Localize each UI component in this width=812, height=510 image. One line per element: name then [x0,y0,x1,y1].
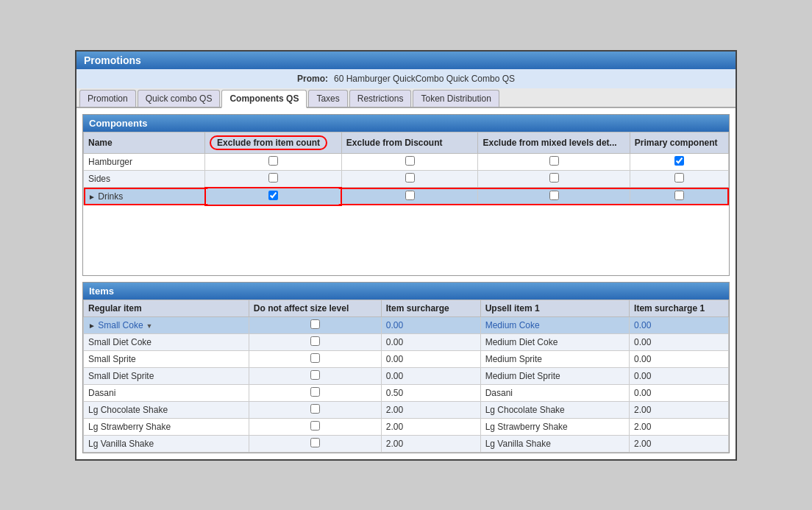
regular-item-cell: Lg Strawberry Shake [84,418,249,435]
exclude-mixed-cell[interactable] [478,170,630,188]
expand-arrow[interactable]: ► [88,193,96,201]
components-header-row: Name Exclude from item count Exclude fro… [84,132,729,153]
exclude-mixed-checkbox[interactable] [549,173,559,183]
item-surcharge-cell: 0.00 [381,333,480,350]
do-not-affect-cell[interactable] [249,418,381,435]
table-row: ► Small Coke▼ 0.00 Medium Coke 0.00 [84,316,729,333]
components-section: Components Name Exclude from item count … [82,114,730,276]
regular-item-name: Small Sprite [88,354,136,364]
table-row-drinks: ► Drinks [84,188,729,205]
col-name: Name [84,132,205,153]
exclude-mixed-checkbox[interactable] [549,156,559,166]
do-not-affect-checkbox[interactable] [310,404,320,414]
primary-cell[interactable] [630,188,728,205]
do-not-affect-cell[interactable] [249,384,381,401]
do-not-affect-cell[interactable] [249,435,381,452]
row-expand-arrow[interactable]: ► [88,322,96,330]
do-not-affect-cell[interactable] [249,401,381,418]
table-row: Lg Vanilla Shake 2.00 Lg Vanilla Shake 2… [84,435,729,452]
components-header: Components [83,115,729,132]
item-surcharge-cell: 0.50 [381,384,480,401]
do-not-affect-cell[interactable] [249,333,381,350]
do-not-affect-cell[interactable] [249,350,381,367]
regular-item-cell: Small Sprite [84,350,249,367]
exclude-discount-checkbox[interactable] [405,173,415,183]
tab-components-qs[interactable]: Components QS [221,90,307,108]
exclude-mixed-checkbox-drinks[interactable] [549,191,559,200]
regular-item-name: Lg Chocolate Shake [88,405,168,415]
upsell-surcharge-cell: 0.00 [630,316,729,333]
item-surcharge-cell: 0.00 [381,316,480,333]
items-section: Items Regular item Do not affect size le… [82,282,730,453]
row-name: ► Drinks [84,188,205,205]
components-table: Name Exclude from item count Exclude fro… [83,132,729,206]
row-name: Sides [84,170,205,188]
title-bar: Promotions [76,52,736,69]
items-header-row: Regular item Do not affect size level It… [84,300,729,316]
exclude-discount-checkbox-drinks[interactable] [405,191,415,200]
do-not-affect-checkbox[interactable] [310,421,320,431]
exclude-mixed-cell[interactable] [478,153,630,170]
regular-item-name: Small Coke [98,320,143,330]
item-surcharge-cell: 0.00 [381,350,480,367]
primary-checkbox-drinks[interactable] [674,191,684,200]
exclude-item-count-checkbox-drinks[interactable] [268,191,278,200]
do-not-affect-checkbox[interactable] [310,336,320,346]
upsell-cell: Medium Sprite [480,350,629,367]
regular-item-name: Small Diet Coke [88,337,152,347]
app-title: Promotions [84,54,141,66]
exclude-discount-checkbox[interactable] [405,156,415,166]
do-not-affect-checkbox[interactable] [310,387,320,397]
exclude-discount-cell[interactable] [341,188,478,205]
tab-token-distribution[interactable]: Token Distribution [413,90,499,107]
upsell-surcharge-cell: 0.00 [630,384,729,401]
upsell-surcharge-cell: 0.00 [630,333,729,350]
items-table: Regular item Do not affect size level It… [83,300,729,453]
app-window: Promotions Promo: 60 Hamburger QuickComb… [75,50,737,461]
regular-item-cell: Lg Vanilla Shake [84,435,249,452]
tab-quick-combo[interactable]: Quick combo QS [138,90,221,107]
do-not-affect-checkbox[interactable] [310,438,320,447]
upsell-surcharge-cell: 0.00 [630,350,729,367]
primary-checkbox[interactable] [674,173,684,183]
col-do-not-affect: Do not affect size level [249,300,381,316]
exclude-mixed-cell[interactable] [478,188,630,205]
do-not-affect-checkbox[interactable] [310,353,320,363]
exclude-item-count-checkbox[interactable] [268,156,278,166]
col-exclude-item-count: Exclude from item count [205,132,342,153]
exclude-discount-cell[interactable] [341,170,478,188]
do-not-affect-cell[interactable] [249,316,381,333]
exclude-item-count-cell[interactable] [205,170,342,188]
primary-checkbox[interactable] [674,156,684,166]
item-surcharge-cell: 0.00 [381,367,480,384]
regular-item-cell: Small Diet Sprite [84,367,249,384]
exclude-item-count-highlight: Exclude from item count [210,135,327,150]
table-row: Lg Chocolate Shake 2.00 Lg Chocolate Sha… [84,401,729,418]
upsell-cell: Lg Chocolate Shake [480,401,629,418]
upsell-surcharge-cell: 2.00 [630,418,729,435]
exclude-item-count-cell[interactable] [205,153,342,170]
col-exclude-mixed: Exclude from mixed levels det... [478,132,630,153]
primary-cell[interactable] [630,153,728,170]
do-not-affect-cell[interactable] [249,367,381,384]
dropdown-arrow[interactable]: ▼ [146,322,153,330]
upsell-cell: Medium Diet Sprite [480,367,629,384]
do-not-affect-checkbox[interactable] [310,319,320,329]
item-surcharge-cell: 2.00 [381,435,480,452]
do-not-affect-checkbox[interactable] [310,370,320,380]
exclude-item-count-checkbox[interactable] [268,173,278,183]
primary-cell[interactable] [630,170,728,188]
tab-taxes[interactable]: Taxes [308,90,347,107]
col-upsell: Upsell item 1 [480,300,629,316]
table-row: Lg Strawberry Shake 2.00 Lg Strawberry S… [84,418,729,435]
regular-item-cell: ► Small Coke▼ [84,316,249,333]
tab-promotion[interactable]: Promotion [79,90,136,107]
col-item-surcharge-1: Item surcharge 1 [630,300,729,316]
item-surcharge-cell: 2.00 [381,418,480,435]
regular-item-name: Small Diet Sprite [88,371,154,381]
exclude-discount-cell[interactable] [341,153,478,170]
regular-item-name: Dasani [88,388,115,398]
tab-restrictions[interactable]: Restrictions [349,90,412,107]
exclude-item-count-cell[interactable] [205,188,342,205]
regular-item-name: Lg Vanilla Shake [88,439,154,449]
